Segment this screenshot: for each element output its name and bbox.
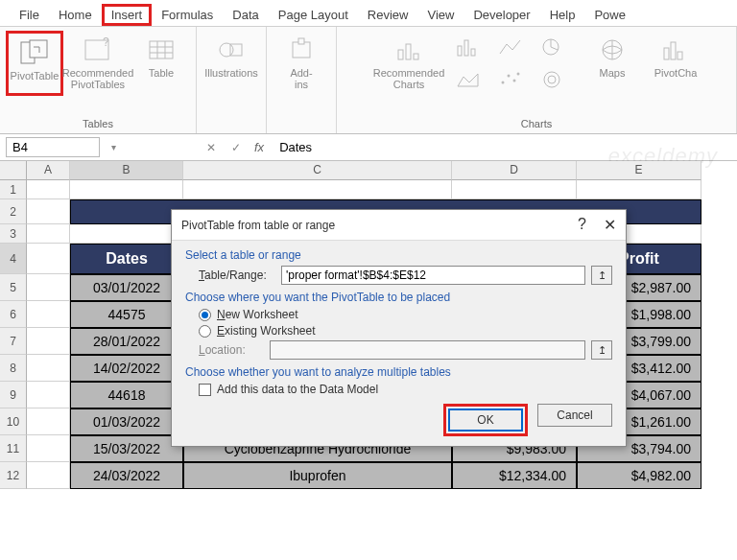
row-header-9[interactable]: 9 (0, 382, 27, 408)
header-dates[interactable]: Dates (70, 244, 183, 274)
pie-chart-icon[interactable] (539, 36, 578, 65)
namebox-dropdown-icon[interactable]: ▾ (107, 142, 120, 152)
svg-rect-17 (464, 40, 468, 56)
cell-b8[interactable]: 14/02/2022 (70, 355, 183, 382)
globe-icon (596, 35, 629, 65)
row-header-4[interactable]: 4 (0, 244, 27, 274)
checkbox-data-model[interactable] (199, 384, 211, 396)
svg-point-22 (513, 80, 516, 82)
select-all-corner[interactable] (0, 161, 27, 180)
label-data-model: Add this data to the Data Model (217, 383, 378, 396)
cancel-formula-icon[interactable]: ✕ (202, 141, 220, 154)
row-header-12[interactable]: 12 (0, 462, 27, 489)
cell-b10[interactable]: 01/03/2022 (70, 408, 183, 435)
svg-text:?: ? (103, 36, 109, 49)
cell-d12[interactable]: $12,334.00 (452, 462, 577, 489)
illustrations-button[interactable]: Illustrations (202, 31, 260, 90)
menu-home[interactable]: Home (49, 4, 102, 26)
row-header-7[interactable]: 7 (0, 328, 27, 355)
table-icon (145, 35, 178, 65)
area-chart-icon[interactable] (455, 69, 493, 98)
row-header-1[interactable]: 1 (0, 180, 27, 199)
pivotchart-button[interactable]: PivotCha (647, 31, 704, 90)
table-range-input[interactable] (281, 266, 585, 285)
section-multiple-tables: Choose whether you want to analyze multi… (185, 365, 612, 379)
menu-formulas[interactable]: Formulas (152, 4, 223, 26)
cell-e12[interactable]: $4,982.00 (577, 462, 701, 489)
cell-b5[interactable]: 03/01/2022 (70, 274, 183, 301)
menu-data[interactable]: Data (223, 4, 268, 26)
pivotchart-icon (659, 35, 692, 65)
cell-c12[interactable]: Ibuprofen (183, 462, 452, 489)
svg-point-25 (548, 76, 556, 83)
col-header-e[interactable]: E (577, 161, 701, 180)
menu-view[interactable]: View (417, 4, 464, 26)
row-header-10[interactable]: 10 (0, 408, 27, 435)
pivottable-button[interactable]: PivotTable (6, 31, 63, 96)
menu-help[interactable]: Help (540, 4, 585, 26)
menu-bar: File Home Insert Formulas Data Page Layo… (0, 0, 737, 27)
radio-existing-worksheet[interactable] (199, 325, 211, 338)
col-header-d[interactable]: D (452, 161, 577, 180)
svg-point-24 (544, 72, 559, 87)
recommended-charts-button[interactable]: Recommended Charts (368, 31, 449, 90)
row-header-11[interactable]: 11 (0, 435, 27, 462)
menu-insert[interactable]: Insert (102, 4, 153, 26)
close-icon[interactable]: ✕ (604, 216, 616, 234)
menu-file[interactable]: File (10, 4, 49, 26)
svg-rect-28 (671, 42, 676, 59)
section-placement: Choose where you want the PivotTable to … (185, 291, 612, 304)
enter-formula-icon[interactable]: ✓ (227, 141, 245, 154)
name-box[interactable] (6, 137, 100, 157)
collapse-dialog-icon[interactable]: ↥ (591, 266, 612, 285)
recommended-pivot-button[interactable]: ? Recommended PivotTables (69, 31, 127, 90)
cell-b7[interactable]: 28/01/2022 (70, 328, 183, 355)
pivottable-dialog: PivotTable from table or range ? ✕ Selec… (171, 209, 627, 447)
cancel-button[interactable]: Cancel (537, 404, 612, 427)
svg-point-21 (508, 75, 511, 78)
svg-rect-13 (398, 50, 403, 59)
row-header-5[interactable]: 5 (0, 274, 27, 301)
formula-input[interactable] (273, 138, 731, 156)
line-chart-icon[interactable] (497, 36, 535, 65)
help-icon[interactable]: ? (578, 216, 586, 234)
collapse-location-icon[interactable]: ↥ (591, 340, 612, 360)
ribbon-group-charts: Recommended Charts Maps PivotCha Charts (337, 27, 737, 133)
row-header-8[interactable]: 8 (0, 355, 27, 382)
cell-b12[interactable]: 24/03/2022 (70, 462, 183, 489)
table-button[interactable]: Table (132, 31, 190, 90)
formula-bar-row: ▾ ✕ ✓ fx (0, 134, 737, 161)
radio-new-worksheet[interactable] (199, 309, 211, 321)
col-header-a[interactable]: A (27, 161, 70, 180)
fx-icon[interactable]: fx (252, 140, 266, 154)
cell-b9[interactable]: 44618 (70, 382, 183, 408)
menu-power[interactable]: Powe (584, 4, 635, 26)
ribbon: PivotTable ? Recommended PivotTables Tab… (0, 27, 737, 134)
menu-pagelayout[interactable]: Page Layout (269, 4, 358, 26)
scatter-chart-icon[interactable] (497, 69, 535, 98)
row-header-6[interactable]: 6 (0, 301, 27, 328)
svg-rect-4 (150, 41, 173, 58)
shapes-icon (215, 35, 248, 65)
col-header-b[interactable]: B (70, 161, 183, 180)
row-header-3[interactable]: 3 (0, 224, 27, 244)
row-header-2[interactable]: 2 (0, 199, 27, 224)
bar-chart-icon (392, 35, 425, 65)
addins-button[interactable]: Add- ins (273, 31, 330, 90)
radar-chart-icon[interactable] (539, 69, 578, 98)
label-existing-worksheet: Existing Worksheet (217, 324, 316, 338)
column-chart-icon[interactable] (455, 36, 493, 65)
group-label-charts: Charts (521, 116, 552, 131)
svg-rect-27 (664, 48, 669, 59)
cell-b6[interactable]: 44575 (70, 301, 183, 328)
ok-button[interactable]: OK (448, 408, 523, 432)
dialog-titlebar[interactable]: PivotTable from table or range ? ✕ (172, 210, 626, 241)
menu-review[interactable]: Review (358, 4, 418, 26)
maps-button[interactable]: Maps (583, 31, 641, 90)
cell-b11[interactable]: 15/03/2022 (70, 435, 183, 462)
addins-icon (285, 35, 318, 65)
group-label-tables: Tables (83, 116, 113, 131)
table-range-label: Table/Range: (199, 268, 275, 282)
menu-developer[interactable]: Developer (464, 4, 539, 26)
col-header-c[interactable]: C (183, 161, 452, 180)
